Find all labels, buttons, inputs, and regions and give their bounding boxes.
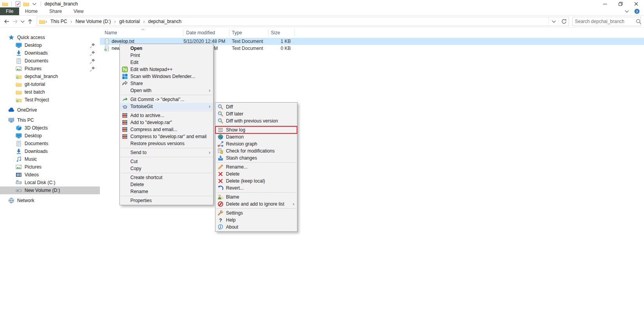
context-menu-item-edit-with-notepad[interactable]: Edit with Notepad++	[120, 66, 213, 73]
breadcrumb-item-this-pc[interactable]: This PC	[48, 19, 69, 24]
breadcrumb-item-depchai-branch[interactable]: depchai_branch	[146, 19, 183, 24]
tortoisegit-menu-item-daemon[interactable]: Daemon	[215, 133, 297, 140]
breadcrumb-chevron-icon[interactable]: ›	[143, 20, 145, 24]
context-menu-item-rename[interactable]: Rename	[120, 188, 213, 195]
tortoisegit-menu-item-check-for-modifications[interactable]: Check for modifications	[215, 147, 297, 154]
column-header-size[interactable]: Size	[269, 29, 295, 36]
column-header-type[interactable]: Type	[229, 29, 269, 36]
ribbon-collapse-chevron-icon[interactable]	[624, 8, 630, 14]
tortoisegit-menu-item-diff-later[interactable]: Diff later	[215, 110, 297, 117]
sidebar-item-label: test batch	[25, 89, 45, 95]
tab-file[interactable]: File	[0, 7, 19, 15]
tortoisegit-menu-item-delete-and-add-to-ignore-list[interactable]: Delete and add to ignore list›	[215, 201, 297, 208]
address-dropdown-chevron[interactable]	[548, 17, 559, 26]
sidebar-item-downloads[interactable]: Downloads	[0, 49, 100, 57]
tortoisegit-menu-item-stash-changes[interactable]: Stash changes	[215, 154, 297, 162]
sidebar-item-test-project[interactable]: Test Project	[0, 96, 100, 104]
tab-view[interactable]: View	[68, 7, 89, 15]
refresh-icon[interactable]	[559, 17, 569, 26]
sidebar-item-desktop[interactable]: Desktop	[0, 41, 100, 49]
context-menu-item-send-to[interactable]: Send to›	[120, 149, 213, 156]
context-menu-item-edit[interactable]: Edit	[120, 59, 213, 66]
sidebar-item-network[interactable]: Network	[0, 197, 100, 204]
breadcrumb-chevron-icon[interactable]: ›	[114, 20, 116, 24]
sidebar-item-label: Documents	[25, 141, 48, 146]
context-menu-item-open[interactable]: Open	[120, 45, 213, 52]
tortoisegit-menu-item-revert[interactable]: Revert...	[215, 185, 297, 192]
breadcrumb-chevron-icon[interactable]: ›	[70, 20, 72, 24]
sidebar-item-3d-objects[interactable]: 3D Objects	[0, 124, 100, 132]
tortoisegit-menu-item-delete-keep-local[interactable]: Delete (keep local)	[215, 178, 297, 185]
column-header-date-modified[interactable]: Date modified	[183, 29, 229, 36]
column-header-name[interactable]: Name	[100, 29, 183, 36]
up-button[interactable]	[26, 17, 34, 26]
tortoisegit-menu-item-settings[interactable]: Settings	[215, 209, 297, 217]
context-menu-item-properties[interactable]: Properties	[120, 197, 213, 204]
address-box[interactable]: ›This PC›New Volume (D:)›git-tutorial›de…	[37, 17, 569, 26]
no-icon	[121, 87, 128, 94]
sidebar-item-pictures[interactable]: Pictures	[0, 65, 100, 73]
context-menu-item-add-to-develop-rar[interactable]: Add to "develop.rar"	[120, 119, 213, 126]
context-menu-item-compress-and-email[interactable]: Compress and email...	[120, 126, 213, 133]
context-menu-item-add-to-archive[interactable]: Add to archive...	[120, 112, 213, 119]
minimize-button[interactable]	[597, 0, 613, 8]
pictures-icon	[16, 66, 22, 72]
sidebar-item-quick-access[interactable]: Quick access	[0, 34, 100, 41]
search-input[interactable]	[575, 19, 635, 24]
sidebar-item-documents[interactable]: Documents	[0, 57, 100, 65]
sidebar-item-documents[interactable]: Documents	[0, 140, 100, 147]
tortoisegit-menu-item-rename[interactable]: Rename...	[215, 163, 297, 170]
sidebar-item-new-volume-d[interactable]: New Volume (D:)	[0, 186, 100, 194]
tortoisegit-menu-item-help[interactable]: ?Help	[215, 217, 297, 224]
search-box[interactable]	[572, 17, 641, 26]
breadcrumb-item-git-tutorial[interactable]: git-tutorial	[117, 19, 142, 24]
sidebar-item-test-batch[interactable]: test batch	[0, 88, 100, 96]
context-menu-item-share[interactable]: Share	[120, 80, 213, 87]
no-icon	[121, 59, 128, 66]
recent-locations-chevron[interactable]	[20, 17, 26, 26]
search-icon[interactable]	[635, 18, 642, 25]
back-button[interactable]	[2, 17, 11, 26]
sidebar-item-videos[interactable]: Videos	[0, 171, 100, 179]
red-x-icon	[217, 171, 224, 177]
tortoisegit-menu-item-diff[interactable]: Diff	[215, 103, 297, 110]
context-menu-item-copy[interactable]: Copy	[120, 165, 213, 172]
pin-icon	[89, 50, 96, 57]
context-menu-item-git-commit-depchai[interactable]: Git Commit -> "depchai"...	[120, 96, 213, 103]
context-menu-item-print[interactable]: Print	[120, 52, 213, 59]
context-menu-item-cut[interactable]: Cut	[120, 158, 213, 165]
forward-button[interactable]	[11, 17, 20, 26]
context-menu-item-tortoisegit[interactable]: TortoiseGit›	[120, 103, 213, 110]
context-menu-item-delete[interactable]: Delete	[120, 181, 213, 188]
sidebar-item-pictures[interactable]: Pictures	[0, 163, 100, 171]
sidebar-item-onedrive[interactable]: OneDrive	[0, 106, 100, 114]
sidebar-item-downloads[interactable]: Downloads	[0, 147, 100, 155]
sidebar-item-local-disk-c[interactable]: Local Disk (C:)	[0, 179, 100, 186]
tortoisegit-menu-item-about[interactable]: About	[215, 224, 297, 231]
sidebar-item-desktop[interactable]: Desktop	[0, 132, 100, 140]
context-menu-item-compress-to-develop-rar-and-email[interactable]: Compress to "develop.rar" and email	[120, 133, 213, 140]
restore-button[interactable]	[613, 0, 628, 8]
close-button[interactable]	[628, 0, 644, 8]
tortoisegit-menu-item-revision-graph[interactable]: Revision graph	[215, 140, 297, 147]
sidebar-item-this-pc[interactable]: This PC	[0, 116, 100, 124]
help-icon[interactable]: ?	[634, 8, 640, 14]
context-menu-item-restore-previous-versions[interactable]: Restore previous versions	[120, 140, 213, 147]
tab-share[interactable]: Share	[43, 7, 68, 15]
tortoisegit-menu-item-delete[interactable]: Delete	[215, 170, 297, 178]
context-menu-item-create-shortcut[interactable]: Create shortcut	[120, 174, 213, 181]
tortoisegit-menu-item-diff-with-previous-version[interactable]: Diff with previous version	[215, 117, 297, 124]
sidebar-item-music[interactable]: Music	[0, 155, 100, 163]
tortoisegit-menu-item-blame[interactable]: Blame	[215, 194, 297, 201]
context-menu-item-open-with[interactable]: Open with›	[120, 87, 213, 94]
winrar-icon	[121, 119, 128, 126]
breadcrumb-chevron-icon[interactable]: ›	[45, 20, 47, 24]
context-menu-item-scan-with-windows-defender[interactable]: Scan with Windows Defender...	[120, 73, 213, 80]
menu-item-label: Copy	[130, 166, 210, 171]
tab-home[interactable]: Home	[19, 7, 43, 15]
breadcrumb-item-new-volume-d[interactable]: New Volume (D:)	[73, 19, 113, 24]
winrar-icon	[121, 112, 128, 119]
sidebar-item-git-tutorial[interactable]: git-tutorial	[0, 80, 100, 88]
tortoisegit-menu-item-show-log[interactable]: Show log	[215, 126, 297, 133]
sidebar-item-depchai-branch[interactable]: depchai_branch	[0, 73, 100, 80]
